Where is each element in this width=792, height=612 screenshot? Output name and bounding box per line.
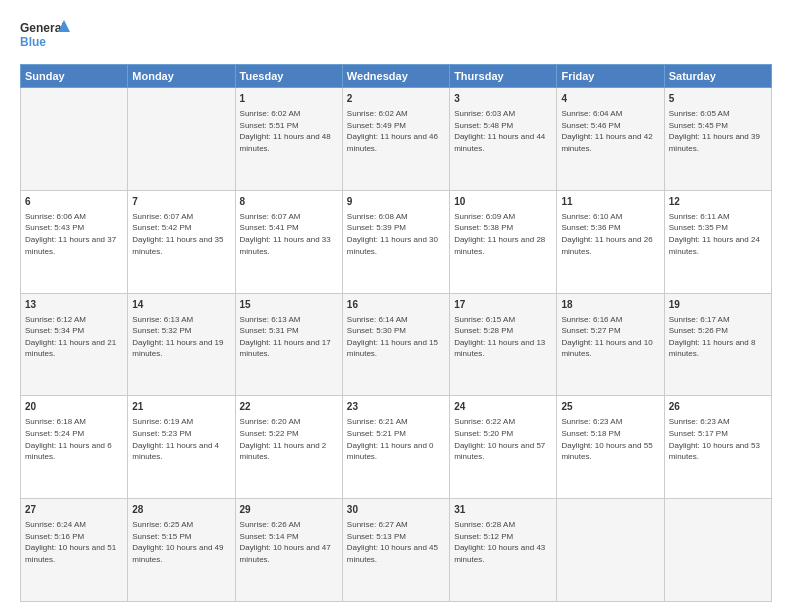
header-row: SundayMondayTuesdayWednesdayThursdayFrid…: [21, 65, 772, 88]
weekday-header: Friday: [557, 65, 664, 88]
day-number: 25: [561, 400, 659, 414]
calendar-cell: 9Sunrise: 6:08 AM Sunset: 5:39 PM Daylig…: [342, 190, 449, 293]
calendar-header: SundayMondayTuesdayWednesdayThursdayFrid…: [21, 65, 772, 88]
calendar-cell: 3Sunrise: 6:03 AM Sunset: 5:48 PM Daylig…: [450, 88, 557, 191]
calendar-cell: 7Sunrise: 6:07 AM Sunset: 5:42 PM Daylig…: [128, 190, 235, 293]
calendar-cell: 12Sunrise: 6:11 AM Sunset: 5:35 PM Dayli…: [664, 190, 771, 293]
calendar-cell: 31Sunrise: 6:28 AM Sunset: 5:12 PM Dayli…: [450, 499, 557, 602]
cell-content: Sunrise: 6:26 AM Sunset: 5:14 PM Dayligh…: [240, 519, 338, 565]
calendar-cell: 16Sunrise: 6:14 AM Sunset: 5:30 PM Dayli…: [342, 293, 449, 396]
calendar-cell: 10Sunrise: 6:09 AM Sunset: 5:38 PM Dayli…: [450, 190, 557, 293]
day-number: 1: [240, 92, 338, 106]
calendar-cell: 2Sunrise: 6:02 AM Sunset: 5:49 PM Daylig…: [342, 88, 449, 191]
calendar-cell: [128, 88, 235, 191]
day-number: 21: [132, 400, 230, 414]
calendar-cell: 23Sunrise: 6:21 AM Sunset: 5:21 PM Dayli…: [342, 396, 449, 499]
day-number: 14: [132, 298, 230, 312]
day-number: 17: [454, 298, 552, 312]
cell-content: Sunrise: 6:09 AM Sunset: 5:38 PM Dayligh…: [454, 211, 552, 257]
day-number: 29: [240, 503, 338, 517]
calendar-cell: 5Sunrise: 6:05 AM Sunset: 5:45 PM Daylig…: [664, 88, 771, 191]
day-number: 3: [454, 92, 552, 106]
calendar-cell: 20Sunrise: 6:18 AM Sunset: 5:24 PM Dayli…: [21, 396, 128, 499]
calendar-cell: 18Sunrise: 6:16 AM Sunset: 5:27 PM Dayli…: [557, 293, 664, 396]
calendar-cell: [21, 88, 128, 191]
weekday-header: Monday: [128, 65, 235, 88]
day-number: 27: [25, 503, 123, 517]
calendar-week-row: 13Sunrise: 6:12 AM Sunset: 5:34 PM Dayli…: [21, 293, 772, 396]
cell-content: Sunrise: 6:05 AM Sunset: 5:45 PM Dayligh…: [669, 108, 767, 154]
day-number: 28: [132, 503, 230, 517]
calendar-cell: [557, 499, 664, 602]
cell-content: Sunrise: 6:23 AM Sunset: 5:18 PM Dayligh…: [561, 416, 659, 462]
cell-content: Sunrise: 6:20 AM Sunset: 5:22 PM Dayligh…: [240, 416, 338, 462]
calendar-cell: 11Sunrise: 6:10 AM Sunset: 5:36 PM Dayli…: [557, 190, 664, 293]
day-number: 12: [669, 195, 767, 209]
cell-content: Sunrise: 6:28 AM Sunset: 5:12 PM Dayligh…: [454, 519, 552, 565]
cell-content: Sunrise: 6:24 AM Sunset: 5:16 PM Dayligh…: [25, 519, 123, 565]
day-number: 13: [25, 298, 123, 312]
cell-content: Sunrise: 6:08 AM Sunset: 5:39 PM Dayligh…: [347, 211, 445, 257]
day-number: 26: [669, 400, 767, 414]
header: General Blue: [20, 16, 772, 54]
day-number: 5: [669, 92, 767, 106]
cell-content: Sunrise: 6:06 AM Sunset: 5:43 PM Dayligh…: [25, 211, 123, 257]
day-number: 18: [561, 298, 659, 312]
day-number: 31: [454, 503, 552, 517]
cell-content: Sunrise: 6:27 AM Sunset: 5:13 PM Dayligh…: [347, 519, 445, 565]
day-number: 8: [240, 195, 338, 209]
day-number: 16: [347, 298, 445, 312]
day-number: 6: [25, 195, 123, 209]
weekday-header: Thursday: [450, 65, 557, 88]
cell-content: Sunrise: 6:19 AM Sunset: 5:23 PM Dayligh…: [132, 416, 230, 462]
calendar-cell: 21Sunrise: 6:19 AM Sunset: 5:23 PM Dayli…: [128, 396, 235, 499]
calendar-cell: 19Sunrise: 6:17 AM Sunset: 5:26 PM Dayli…: [664, 293, 771, 396]
calendar-cell: 13Sunrise: 6:12 AM Sunset: 5:34 PM Dayli…: [21, 293, 128, 396]
day-number: 9: [347, 195, 445, 209]
day-number: 11: [561, 195, 659, 209]
weekday-header: Tuesday: [235, 65, 342, 88]
calendar-cell: 6Sunrise: 6:06 AM Sunset: 5:43 PM Daylig…: [21, 190, 128, 293]
calendar-cell: 1Sunrise: 6:02 AM Sunset: 5:51 PM Daylig…: [235, 88, 342, 191]
calendar-table: SundayMondayTuesdayWednesdayThursdayFrid…: [20, 64, 772, 602]
calendar-cell: 14Sunrise: 6:13 AM Sunset: 5:32 PM Dayli…: [128, 293, 235, 396]
calendar-cell: 4Sunrise: 6:04 AM Sunset: 5:46 PM Daylig…: [557, 88, 664, 191]
cell-content: Sunrise: 6:12 AM Sunset: 5:34 PM Dayligh…: [25, 314, 123, 360]
day-number: 24: [454, 400, 552, 414]
calendar-cell: 17Sunrise: 6:15 AM Sunset: 5:28 PM Dayli…: [450, 293, 557, 396]
cell-content: Sunrise: 6:03 AM Sunset: 5:48 PM Dayligh…: [454, 108, 552, 154]
day-number: 30: [347, 503, 445, 517]
logo: General Blue: [20, 16, 70, 54]
day-number: 23: [347, 400, 445, 414]
calendar-cell: 27Sunrise: 6:24 AM Sunset: 5:16 PM Dayli…: [21, 499, 128, 602]
weekday-header: Wednesday: [342, 65, 449, 88]
cell-content: Sunrise: 6:02 AM Sunset: 5:49 PM Dayligh…: [347, 108, 445, 154]
cell-content: Sunrise: 6:21 AM Sunset: 5:21 PM Dayligh…: [347, 416, 445, 462]
cell-content: Sunrise: 6:22 AM Sunset: 5:20 PM Dayligh…: [454, 416, 552, 462]
calendar-cell: 30Sunrise: 6:27 AM Sunset: 5:13 PM Dayli…: [342, 499, 449, 602]
day-number: 10: [454, 195, 552, 209]
calendar-cell: [664, 499, 771, 602]
cell-content: Sunrise: 6:07 AM Sunset: 5:41 PM Dayligh…: [240, 211, 338, 257]
day-number: 4: [561, 92, 659, 106]
calendar-cell: 29Sunrise: 6:26 AM Sunset: 5:14 PM Dayli…: [235, 499, 342, 602]
calendar-cell: 26Sunrise: 6:23 AM Sunset: 5:17 PM Dayli…: [664, 396, 771, 499]
cell-content: Sunrise: 6:17 AM Sunset: 5:26 PM Dayligh…: [669, 314, 767, 360]
calendar-cell: 25Sunrise: 6:23 AM Sunset: 5:18 PM Dayli…: [557, 396, 664, 499]
cell-content: Sunrise: 6:13 AM Sunset: 5:31 PM Dayligh…: [240, 314, 338, 360]
day-number: 20: [25, 400, 123, 414]
cell-content: Sunrise: 6:10 AM Sunset: 5:36 PM Dayligh…: [561, 211, 659, 257]
cell-content: Sunrise: 6:15 AM Sunset: 5:28 PM Dayligh…: [454, 314, 552, 360]
weekday-header: Sunday: [21, 65, 128, 88]
cell-content: Sunrise: 6:14 AM Sunset: 5:30 PM Dayligh…: [347, 314, 445, 360]
day-number: 15: [240, 298, 338, 312]
cell-content: Sunrise: 6:11 AM Sunset: 5:35 PM Dayligh…: [669, 211, 767, 257]
calendar-cell: 24Sunrise: 6:22 AM Sunset: 5:20 PM Dayli…: [450, 396, 557, 499]
day-number: 19: [669, 298, 767, 312]
svg-text:General: General: [20, 21, 65, 35]
calendar-week-row: 27Sunrise: 6:24 AM Sunset: 5:16 PM Dayli…: [21, 499, 772, 602]
cell-content: Sunrise: 6:04 AM Sunset: 5:46 PM Dayligh…: [561, 108, 659, 154]
cell-content: Sunrise: 6:25 AM Sunset: 5:15 PM Dayligh…: [132, 519, 230, 565]
calendar-cell: 22Sunrise: 6:20 AM Sunset: 5:22 PM Dayli…: [235, 396, 342, 499]
logo-svg: General Blue: [20, 16, 70, 54]
